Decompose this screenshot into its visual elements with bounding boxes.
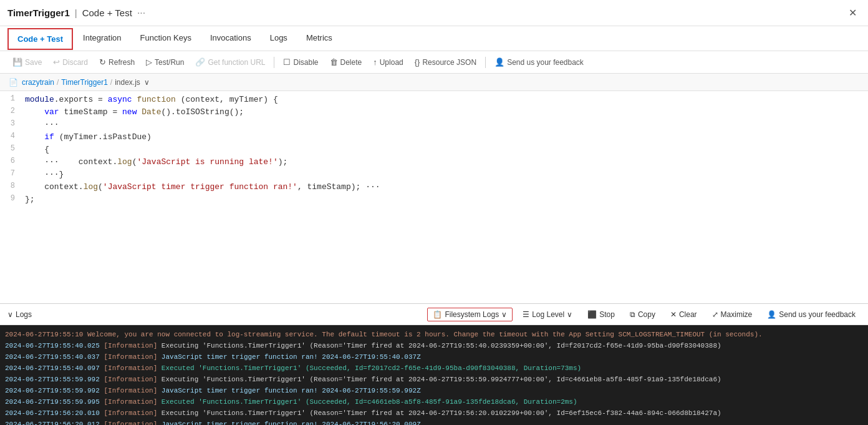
log-message: Executing 'Functions.TimerTrigger1' (Rea… — [162, 376, 721, 383]
refresh-icon: ↻ — [99, 57, 106, 67]
code-line: 5 { — [0, 144, 868, 156]
upload-icon: ↑ — [373, 57, 377, 67]
log-level-text: [Information] — [104, 342, 161, 349]
line-content: }; — [22, 193, 868, 206]
tab-logs[interactable]: Logs — [261, 28, 296, 49]
breadcrumb-part-2[interactable]: TimerTrigger1 — [61, 78, 107, 87]
stop-icon: ⬛ — [587, 310, 597, 319]
line-content: module.exports = async function (context… — [22, 94, 868, 106]
code-line: 7 ···} — [0, 169, 868, 181]
toolbar-feedback-button[interactable]: 👤 Send us your feedback — [489, 55, 589, 69]
delete-button[interactable]: 🗑 Delete — [325, 55, 367, 69]
close-button[interactable]: ✕ — [845, 6, 861, 20]
code-line: 4 if (myTimer.isPastDue) — [0, 131, 868, 144]
line-number: 3 — [0, 119, 22, 131]
title-bar: TimerTrigger1 | Code + Test ··· ✕ — [0, 0, 868, 26]
breadcrumb-part-3: index.js — [115, 78, 140, 87]
save-button[interactable]: 💾 Save — [7, 55, 47, 69]
main-area: 1module.exports = async function (contex… — [0, 91, 868, 425]
title-more-options[interactable]: ··· — [137, 7, 145, 19]
log-level-text: [Information] — [104, 376, 161, 383]
log-output[interactable]: 2024-06-27T19:55:10 Welcome, you are now… — [0, 325, 868, 425]
toolbar-separator-1 — [274, 57, 274, 68]
log-line: 2024-06-27T19:55:59.995 [Information] Ex… — [5, 396, 863, 408]
toolbar: 💾 Save ↩ Discard ↻ Refresh ▷ Test/Run 🔗 … — [0, 51, 868, 74]
line-number: 8 — [0, 181, 22, 193]
log-timestamp: 2024-06-27T19:55:40.037 — [5, 353, 104, 361]
log-message: JavaScript timer trigger function ran! 2… — [162, 421, 421, 425]
delete-icon: 🗑 — [330, 57, 338, 67]
log-level-text: [Information] — [104, 353, 161, 361]
logs-feedback-button[interactable]: 👤 Send us your feedback — [762, 308, 861, 321]
breadcrumb-chevron[interactable]: ∨ — [144, 78, 150, 87]
log-timestamp: 2024-06-27T19:56:20.012 — [5, 421, 104, 425]
stop-button[interactable]: ⬛ Stop — [582, 308, 620, 321]
tab-code-test[interactable]: Code + Test — [7, 28, 73, 50]
maximize-button[interactable]: ⤢ Maximize — [707, 308, 758, 321]
code-line: 2 var timeStamp = new Date().toISOString… — [0, 106, 868, 119]
log-level-text: [Information] — [104, 387, 161, 394]
log-message: Executed 'Functions.TimerTrigger1' (Succ… — [162, 398, 577, 406]
log-level-button[interactable]: ☰ Log Level ∨ — [518, 308, 577, 321]
clear-icon: ✕ — [670, 310, 677, 319]
discard-icon: ↩ — [53, 57, 60, 67]
refresh-button[interactable]: ↻ Refresh — [94, 55, 140, 69]
nav-tabs: Code + TestIntegrationFunction KeysInvoc… — [0, 26, 868, 51]
line-content: { — [22, 144, 868, 156]
log-line: 2024-06-27T19:55:40.025 [Information] Ex… — [5, 340, 863, 351]
line-content: ··· — [22, 119, 868, 131]
log-timestamp: 2024-06-27T19:55:59.995 — [5, 398, 104, 406]
log-level-text: [Information] — [104, 364, 161, 372]
filesystem-logs-icon: 📋 — [433, 310, 442, 319]
filesystem-logs-button[interactable]: 📋 Filesystem Logs ∨ — [427, 308, 513, 321]
resource-json-button[interactable]: {} Resource JSON — [410, 55, 481, 69]
log-line: 2024-06-27T19:55:40.037 [Information] Ja… — [5, 351, 863, 363]
discard-button[interactable]: ↩ Discard — [48, 55, 93, 69]
breadcrumb-part-1[interactable]: crazytrain — [22, 78, 54, 87]
log-line: 2024-06-27T19:55:10 Welcome, you are now… — [5, 329, 863, 340]
log-line: 2024-06-27T19:55:40.097 [Information] Ex… — [5, 363, 863, 374]
log-message: Executing 'Functions.TimerTrigger1' (Rea… — [162, 342, 721, 349]
breadcrumb-file-icon: 📄 — [9, 78, 18, 87]
tab-metrics[interactable]: Metrics — [297, 28, 341, 49]
disable-button[interactable]: ☐ Disable — [278, 55, 323, 69]
log-line: 2024-06-27T19:56:20.012 [Information] Ja… — [5, 419, 863, 425]
upload-button[interactable]: ↑ Upload — [368, 55, 408, 69]
copy-button[interactable]: ⧉ Copy — [625, 308, 660, 321]
tab-function-keys[interactable]: Function Keys — [132, 28, 200, 49]
log-line: 2024-06-27T19:55:59.992 [Information] Ja… — [5, 385, 863, 396]
code-editor[interactable]: 1module.exports = async function (contex… — [0, 91, 868, 303]
breadcrumb-sep-1: / — [57, 78, 59, 87]
tab-integration[interactable]: Integration — [74, 28, 130, 49]
code-line: 9}; — [0, 193, 868, 206]
breadcrumb-sep-2: / — [110, 78, 112, 87]
line-content: ··· context.log('JavaScript is running l… — [22, 156, 868, 169]
log-line: 2024-06-27T19:55:59.992 [Information] Ex… — [5, 374, 863, 385]
logs-header: ∨ Logs 📋 Filesystem Logs ∨ ☰ Log Level ∨… — [0, 304, 868, 325]
clear-button[interactable]: ✕ Clear — [665, 308, 702, 321]
log-level-chevron: ∨ — [567, 310, 572, 319]
title-bar-left: TimerTrigger1 | Code + Test ··· — [7, 7, 145, 19]
log-message: Executing 'Functions.TimerTrigger1' (Rea… — [162, 409, 721, 417]
get-function-url-icon: 🔗 — [195, 57, 205, 67]
log-level-icon: ☰ — [523, 310, 529, 319]
line-content: var timeStamp = new Date().toISOString()… — [22, 106, 868, 119]
log-level-text: [Information] — [104, 398, 161, 406]
get-function-url-button[interactable]: 🔗 Get function URL — [190, 55, 270, 69]
logs-collapse-button[interactable]: ∨ Logs — [7, 310, 32, 319]
log-message: JavaScript timer trigger function ran! 2… — [162, 353, 421, 361]
test-run-icon: ▷ — [146, 57, 152, 67]
logs-chevron-icon: ∨ — [7, 310, 13, 319]
copy-icon: ⧉ — [630, 310, 635, 319]
tab-invocations[interactable]: Invocations — [201, 28, 260, 49]
toolbar-separator-2 — [485, 57, 486, 68]
line-number: 9 — [0, 193, 22, 206]
title-separator: | — [75, 7, 77, 18]
line-content: context.log('JavaScript timer trigger fu… — [22, 181, 868, 193]
line-number: 4 — [0, 131, 22, 144]
log-timestamp: 2024-06-27T19:55:40.097 — [5, 364, 104, 372]
log-line: 2024-06-27T19:56:20.010 [Information] Ex… — [5, 408, 863, 419]
code-line: 6 ··· context.log('JavaScript is running… — [0, 156, 868, 169]
test-run-button[interactable]: ▷ Test/Run — [141, 55, 189, 69]
function-name: TimerTrigger1 — [7, 7, 70, 18]
